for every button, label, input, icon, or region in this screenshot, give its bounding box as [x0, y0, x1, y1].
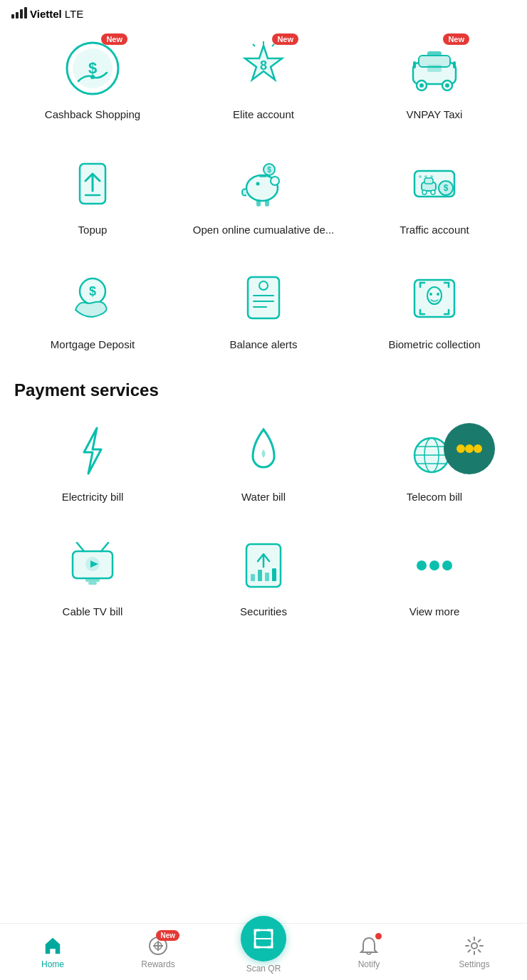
- svg-rect-69: [85, 578, 100, 582]
- nav-notify-dot: [375, 933, 382, 939]
- svg-rect-74: [258, 570, 262, 581]
- service-cable-tv-label: Cable TV bill: [63, 605, 123, 619]
- svg-point-78: [429, 561, 439, 570]
- service-electricity-label: Electricity bill: [62, 490, 124, 504]
- service-elite[interactable]: New 8 Elite account: [178, 24, 349, 139]
- payment-services-grid: Electricity bill Water bill: [0, 406, 527, 636]
- svg-text:$: $: [444, 183, 449, 193]
- svg-rect-22: [427, 51, 442, 56]
- nav-scan-qr[interactable]: Scan QR: [211, 924, 316, 979]
- svg-point-79: [442, 561, 452, 570]
- nav-notify[interactable]: Notify: [316, 929, 422, 975]
- svg-rect-70: [88, 582, 97, 585]
- service-securities[interactable]: Securities: [178, 521, 349, 636]
- badge-new-elite: New: [272, 33, 298, 45]
- service-mortgage-label: Mortgage Deposit: [51, 338, 135, 352]
- svg-rect-15: [413, 61, 416, 68]
- svg-text:$: $: [267, 166, 271, 174]
- service-cashback-label: Cashback Shopping: [45, 108, 140, 122]
- service-balance-alerts-label: Balance alerts: [229, 338, 297, 352]
- svg-point-28: [256, 182, 260, 185]
- service-online-deposit[interactable]: $ Open online cumualative de...: [178, 139, 349, 254]
- status-bar: Viettel LTE: [0, 0, 527, 24]
- nav-notify-label: Notify: [358, 959, 380, 969]
- svg-point-53: [429, 293, 432, 296]
- service-vnpay-taxi-label: VNPAY Taxi: [407, 108, 463, 122]
- svg-line-12: [253, 44, 255, 46]
- svg-rect-21: [427, 65, 442, 72]
- service-elite-label: Elite account: [233, 108, 294, 122]
- service-telecom[interactable]: Telecom bill: [349, 406, 520, 521]
- badge-new-taxi: New: [443, 33, 469, 45]
- svg-rect-73: [251, 574, 255, 581]
- svg-rect-31: [259, 175, 266, 177]
- service-biometric[interactable]: Biometric collection: [349, 254, 520, 369]
- service-traffic[interactable]: $ Traffic account: [349, 139, 520, 254]
- svg-text:$: $: [88, 59, 97, 77]
- service-online-deposit-label: Open online cumualative de...: [193, 223, 334, 237]
- service-traffic-label: Traffic account: [400, 223, 469, 237]
- nav-rewards-badge: New: [156, 930, 179, 941]
- carrier-label: Viettel: [30, 8, 62, 20]
- service-cable-tv[interactable]: Cable TV bill: [7, 521, 178, 636]
- service-telecom-label: Telecom bill: [407, 490, 462, 504]
- svg-rect-0: [11, 14, 14, 19]
- badge-new-cashback: New: [101, 33, 127, 45]
- service-biometric-label: Biometric collection: [388, 338, 480, 352]
- service-water[interactable]: Water bill: [178, 406, 349, 521]
- svg-point-84: [471, 943, 477, 949]
- nav-settings-label: Settings: [459, 959, 489, 969]
- svg-point-37: [422, 190, 427, 194]
- svg-point-62: [465, 444, 474, 453]
- svg-rect-3: [24, 7, 27, 19]
- service-view-more[interactable]: View more: [349, 521, 520, 636]
- svg-rect-2: [20, 9, 23, 19]
- svg-line-11: [272, 44, 274, 46]
- service-mortgage[interactable]: $ Mortgage Deposit: [7, 254, 178, 369]
- svg-rect-30: [265, 199, 269, 207]
- svg-rect-36: [424, 178, 433, 184]
- svg-point-54: [437, 293, 439, 296]
- svg-rect-75: [265, 573, 269, 581]
- signal-icon: [11, 7, 27, 21]
- bottom-nav: Home New Rewards: [0, 923, 527, 980]
- svg-point-41: [419, 175, 422, 178]
- svg-line-65: [77, 543, 84, 551]
- svg-text:8: 8: [260, 58, 267, 73]
- svg-rect-29: [256, 199, 261, 207]
- service-water-label: Water bill: [241, 490, 286, 504]
- svg-rect-1: [16, 12, 19, 19]
- top-services-grid: New $ Cashback Shopping New 8: [0, 24, 527, 369]
- svg-point-20: [445, 83, 449, 88]
- svg-point-77: [417, 561, 427, 570]
- svg-rect-76: [272, 568, 276, 581]
- nav-home[interactable]: Home: [0, 929, 105, 975]
- service-view-more-label: View more: [409, 605, 460, 619]
- service-topup[interactable]: Topup: [7, 139, 178, 254]
- nav-rewards-label: Rewards: [141, 959, 174, 969]
- svg-point-7: [90, 75, 95, 79]
- nav-scan-qr-label: Scan QR: [246, 964, 281, 974]
- payment-section-title: Payment services: [0, 369, 527, 406]
- service-balance-alerts[interactable]: Balance alerts: [178, 254, 349, 369]
- service-cashback[interactable]: New $ Cashback Shopping: [7, 24, 178, 139]
- svg-point-61: [456, 444, 465, 453]
- svg-point-42: [424, 175, 427, 178]
- service-vnpay-taxi[interactable]: New VNPAY Taxi: [349, 24, 520, 139]
- svg-point-43: [430, 175, 433, 178]
- nav-settings[interactable]: Settings: [422, 929, 527, 975]
- svg-point-63: [474, 444, 482, 453]
- svg-line-66: [101, 543, 108, 551]
- network-label: LTE: [65, 8, 83, 20]
- svg-point-19: [419, 83, 424, 88]
- service-electricity[interactable]: Electricity bill: [7, 406, 178, 521]
- nav-rewards[interactable]: New Rewards: [105, 929, 211, 975]
- service-securities-label: Securities: [240, 605, 287, 619]
- svg-rect-16: [453, 61, 456, 68]
- nav-home-label: Home: [41, 959, 64, 969]
- svg-point-38: [431, 190, 435, 194]
- svg-text:$: $: [89, 284, 96, 298]
- svg-point-27: [271, 177, 279, 185]
- service-topup-label: Topup: [78, 223, 108, 237]
- svg-rect-46: [248, 277, 279, 318]
